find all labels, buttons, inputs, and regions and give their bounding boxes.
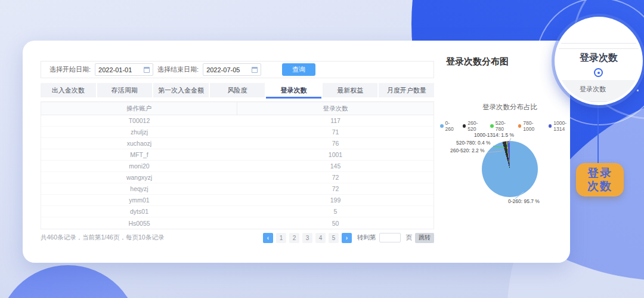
legend-label: 780-1000 <box>523 120 543 132</box>
calendar-icon[interactable] <box>252 67 258 73</box>
legend-label: 260-520 <box>467 120 485 132</box>
pie-label-520-780: 520-780: 0.4 % <box>456 140 491 146</box>
end-date-label: 选择结束日期: <box>157 65 199 74</box>
account-cell: Hs0055 <box>41 217 237 229</box>
click-target-icon <box>594 68 603 77</box>
count-cell: 72 <box>237 183 434 194</box>
filter-bar: 选择开始日期: 2022-01-01 选择结束日期: 2022-07-05 查询 <box>41 61 434 78</box>
legend-item-520-780[interactable]: 520-780 <box>490 120 513 132</box>
tab-latest-equity[interactable]: 最新权益 <box>323 83 378 97</box>
legend-item-260-520[interactable]: 260-520 <box>463 120 485 132</box>
page-button-2[interactable]: 2 <box>289 233 299 243</box>
table-row[interactable]: wangxyzj72 <box>41 172 434 183</box>
column-header-account: 操作账户 <box>41 102 237 115</box>
table-row[interactable]: ymm01199 <box>41 195 434 206</box>
page-button-5[interactable]: 5 <box>329 233 339 243</box>
chart-legend: 0-260 260-520 520-780 780-1000 1000-1314 <box>440 120 576 132</box>
end-date-value: 2022-07-05 <box>206 66 240 73</box>
legend-dot <box>549 124 552 128</box>
start-date-input[interactable]: 2022-01-01 <box>95 63 153 76</box>
account-cell: zhuljzj <box>41 127 237 137</box>
table-row[interactable]: heqyzj72 <box>41 183 434 195</box>
count-cell: 1001 <box>237 149 434 160</box>
end-date-input[interactable]: 2022-07-05 <box>203 63 261 76</box>
count-cell: 199 <box>237 195 434 205</box>
record-summary: 共460条记录，当前第1/46页，每页10条记录 <box>41 234 164 242</box>
count-cell: 5 <box>237 206 434 217</box>
tab-bar: 出入金次数 存活周期 第一次入金金额 风险度 登录次数 最新权益 月度开户数量 <box>41 83 434 97</box>
pie-label-0-260: 0-260: 95.7 % <box>508 198 540 204</box>
column-header-login-count: 登录次数 <box>237 102 434 115</box>
table-row[interactable]: xuchaozj76 <box>41 138 434 149</box>
count-cell: 76 <box>237 138 434 149</box>
magnified-login-count-tab[interactable]: 登录次数 <box>557 52 640 64</box>
pagination: ‹ 1 2 3 4 5 › 转到第 页 跳转 <box>263 233 434 243</box>
magnified-divider <box>557 48 640 49</box>
search-button[interactable]: 查询 <box>282 63 315 76</box>
account-cell: wangxyzj <box>41 172 237 183</box>
table-row[interactable]: T00012117 <box>41 115 434 127</box>
pie-label-260-520: 260-520: 2.2 % <box>450 148 485 153</box>
legend-label: 520-780 <box>496 120 513 132</box>
legend-item-780-1000[interactable]: 780-1000 <box>518 120 543 132</box>
account-cell: moni20 <box>41 161 237 171</box>
goto-page-input[interactable] <box>379 233 401 242</box>
page-button-3[interactable]: 3 <box>302 233 312 243</box>
magnifier-lens: 登录次数 登录次数 <box>555 17 643 105</box>
legend-dot <box>463 124 466 128</box>
table-row[interactable]: moni20145 <box>41 161 434 172</box>
count-cell: 71 <box>237 127 434 137</box>
account-cell: ymm01 <box>41 195 237 205</box>
start-date-value: 2022-01-01 <box>98 66 132 73</box>
account-cell: T00012 <box>41 115 237 126</box>
decor-dot <box>637 90 639 91</box>
legend-label: 1000-1314 <box>553 120 576 132</box>
prev-page-button[interactable]: ‹ <box>263 233 273 243</box>
page-button-1[interactable]: 1 <box>276 233 286 243</box>
jump-button[interactable]: 跳转 <box>415 233 434 243</box>
table-row[interactable]: MFT_f1001 <box>41 149 434 161</box>
goto-page-suffix: 页 <box>406 234 413 242</box>
account-cell: heqyzj <box>41 183 237 194</box>
tab-first-deposit-amount[interactable]: 第一次入金金额 <box>153 83 209 97</box>
legend-item-1000-1314[interactable]: 1000-1314 <box>549 120 576 132</box>
background-bottom-left-circle <box>0 265 139 298</box>
account-cell: xuchaozj <box>41 138 237 149</box>
table-row[interactable]: Hs005550 <box>41 217 434 229</box>
pie-chart[interactable] <box>482 141 538 197</box>
count-cell: 50 <box>237 217 434 229</box>
page-button-4[interactable]: 4 <box>315 233 326 243</box>
table-row[interactable]: zhuljzj71 <box>41 127 434 138</box>
table-footer: 共460条记录，当前第1/46页，每页10条记录 ‹ 1 2 3 4 5 › 转… <box>41 232 434 244</box>
legend-dot <box>440 124 444 128</box>
goto-page-label: 转到第 <box>357 234 376 242</box>
pie-chart-title: 登录次数分布占比 <box>444 103 575 112</box>
tab-survival-cycle[interactable]: 存活周期 <box>97 83 153 97</box>
badge-line-2: 次数 <box>587 180 612 193</box>
tab-risk-degree[interactable]: 风险度 <box>210 83 265 97</box>
start-date-label: 选择开始日期: <box>49 65 91 74</box>
login-count-badge: 登录 次数 <box>576 163 624 196</box>
legend-label: 0-260 <box>445 120 457 132</box>
login-count-table: 操作账户 登录次数 T00012117 zhuljzj71 xuchaozj76… <box>41 102 434 229</box>
tab-deposit-withdraw-count[interactable]: 出入金次数 <box>41 83 96 97</box>
tab-monthly-accounts[interactable]: 月度开户数量 <box>379 83 434 97</box>
calendar-icon[interactable] <box>144 67 150 73</box>
table-header: 操作账户 登录次数 <box>41 102 434 115</box>
legend-dot <box>518 124 522 128</box>
tab-login-count[interactable]: 登录次数 <box>266 83 321 97</box>
magnified-divider <box>557 43 640 44</box>
magnified-header-label: 登录次数 <box>580 85 606 94</box>
legend-dot <box>490 124 494 128</box>
pie-label-1000-1314: 1000-1314: 1.5 % <box>474 132 514 138</box>
count-cell: 117 <box>237 115 434 126</box>
account-cell: MFT_f <box>41 149 237 160</box>
table-row[interactable]: dyts015 <box>41 206 434 217</box>
legend-item-0-260[interactable]: 0-260 <box>440 120 457 132</box>
main-card: 选择开始日期: 2022-01-01 选择结束日期: 2022-07-05 查询… <box>23 41 570 263</box>
count-cell: 145 <box>237 161 434 171</box>
account-cell: dyts01 <box>41 206 237 217</box>
chart-panel-title: 登录次数分布图 <box>446 56 509 67</box>
badge-line-1: 登录 <box>587 167 612 180</box>
next-page-button[interactable]: › <box>342 233 352 243</box>
